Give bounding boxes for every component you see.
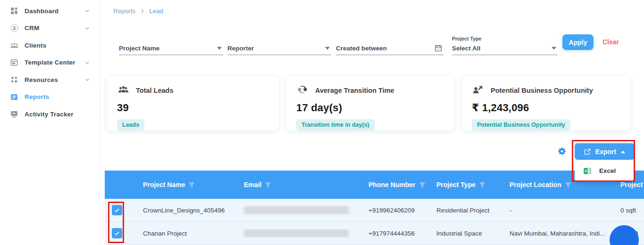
average-transition-time-card: Average Transition Time 17 day(s) Transi… <box>285 75 454 131</box>
calendar-icon[interactable] <box>434 44 443 52</box>
header-label: Email <box>244 181 261 188</box>
chevron-down-icon <box>325 47 331 50</box>
chevron-down-icon[interactable] <box>84 8 90 14</box>
leads-group-icon <box>117 84 129 97</box>
potential-business-opportunity-card: Potential Business Opportunity ₹ 1,243,0… <box>461 75 631 131</box>
export-menu: Excel <box>575 160 634 181</box>
chevron-up-icon <box>620 150 626 154</box>
filter-icon[interactable] <box>565 182 572 188</box>
sidebar-item-crm[interactable]: CRM <box>0 20 100 37</box>
sidebar-item-template-center[interactable]: Template Center <box>0 54 100 72</box>
breadcrumb-lead[interactable]: Lead <box>149 8 163 15</box>
clients-icon <box>9 41 19 50</box>
reporter-filter[interactable]: Reporter <box>227 41 331 55</box>
cell-project-location: - <box>510 207 512 214</box>
card-value: 17 day(s) <box>296 102 444 114</box>
card-title: Potential Business Opportunity <box>491 87 593 94</box>
sidebar-item-clients[interactable]: Clients <box>0 37 100 54</box>
transition-arrows-icon <box>296 84 309 97</box>
sidebar-item-label: CRM <box>25 24 39 32</box>
card-title: Total Leads <box>136 87 174 94</box>
project-type-filter-label: Project Type <box>452 36 481 41</box>
card-badge: Leads <box>117 119 144 131</box>
row-checkbox-checked[interactable] <box>112 205 122 215</box>
header-email[interactable]: Email <box>237 181 362 188</box>
sidebar-item-label: Resources <box>25 76 58 83</box>
settings-gear-icon[interactable] <box>557 147 567 156</box>
cell-project-name: Chanan Project <box>143 230 187 237</box>
project-type-select[interactable]: Select All <box>452 41 558 55</box>
resources-icon <box>9 75 19 84</box>
table-row[interactable]: Chanan Project +917974444356 Industrial … <box>105 222 644 245</box>
header-label: Project Type <box>436 181 476 188</box>
header-label: Phone Number <box>368 181 416 188</box>
sidebar-item-reports[interactable]: Reports <box>0 89 100 106</box>
header-project-type[interactable]: Project Type <box>430 181 503 188</box>
sidebar-item-activity-tracker[interactable]: Activity Tracker <box>0 106 100 123</box>
created-between-filter-label: Created between <box>336 45 387 52</box>
row-checkbox-checked[interactable] <box>112 228 122 238</box>
header-label: Project Area <box>620 181 644 188</box>
apply-button[interactable]: Apply <box>562 34 594 50</box>
export-button-label: Export <box>595 148 616 155</box>
filter-icon[interactable] <box>189 182 195 188</box>
sidebar-item-label: Template Center <box>25 59 75 66</box>
sidebar-item-label: Dashboard <box>25 8 59 15</box>
card-title: Average Transition Time <box>315 87 394 94</box>
sidebar-item-dashboard[interactable]: Dashboard <box>0 2 100 20</box>
chevron-down-icon[interactable] <box>84 60 90 65</box>
breadcrumb: Reports Lead <box>113 8 163 15</box>
header-label: Project Name <box>143 181 185 188</box>
card-value: 39 <box>117 102 269 114</box>
chevron-right-icon <box>140 8 145 14</box>
export-menu-item-excel[interactable]: Excel <box>599 167 616 174</box>
chevron-down-icon[interactable] <box>84 25 90 31</box>
filter-icon[interactable] <box>265 182 272 188</box>
cell-project-area: 0 sqft <box>620 207 636 214</box>
card-badge: Transition time in day(s) <box>296 119 375 131</box>
reporter-filter-label: Reporter <box>227 45 254 52</box>
card-value: ₹ 1,243,096 <box>472 102 621 114</box>
header-phone-number[interactable]: Phone Number <box>362 181 430 188</box>
export-icon <box>584 148 591 155</box>
cell-phone: +919962406209 <box>368 207 415 214</box>
chevron-down-icon[interactable] <box>84 77 90 82</box>
cell-project-name: CrownLine_Designs_405496 <box>143 207 225 214</box>
cell-phone: +917974444356 <box>368 230 415 237</box>
total-leads-card: Total Leads 39 Leads <box>106 75 279 131</box>
cell-project-location: Navi Mumbai, Maharashtra, Indi... <box>510 230 605 237</box>
leads-table: Project Name Email Phone Number Project … <box>105 171 644 245</box>
sidebar-item-label: Clients <box>25 42 46 49</box>
project-name-filter-label: Project Name <box>119 45 159 52</box>
email-redacted-blob <box>244 206 349 214</box>
header-label: Project Location <box>510 181 561 188</box>
crm-icon <box>9 24 19 33</box>
created-between-filter[interactable]: Created between <box>336 41 443 55</box>
header-project-name[interactable]: Project Name <box>137 181 237 188</box>
email-redacted-blob <box>244 229 349 237</box>
header-project-location[interactable]: Project Location <box>503 181 614 188</box>
table-row[interactable]: CrownLine_Designs_405496 +919962406209 R… <box>105 199 644 222</box>
reports-icon <box>9 92 19 102</box>
sidebar: Dashboard CRM Clients Template Center Re… <box>0 0 100 245</box>
clear-button[interactable]: Clear <box>602 38 619 46</box>
table-header-row: Project Name Email Phone Number Project … <box>105 171 644 199</box>
cell-project-type: Residential Project <box>436 207 490 214</box>
sidebar-item-resources[interactable]: Resources <box>0 71 100 89</box>
template-center-icon <box>9 58 19 67</box>
excel-icon <box>583 167 592 175</box>
dashboard-icon <box>9 6 19 16</box>
header-project-area[interactable]: Project Area <box>614 181 644 188</box>
sidebar-item-label: Reports <box>25 93 49 100</box>
card-badge: Potential Business Opportunity <box>472 119 570 131</box>
sidebar-item-label: Activity Tracker <box>25 111 74 118</box>
cell-project-type: Industrial Space <box>436 230 482 237</box>
export-button[interactable]: Export <box>575 143 635 160</box>
project-name-filter[interactable]: Project Name <box>119 41 223 55</box>
filter-icon[interactable] <box>419 182 426 188</box>
filter-icon[interactable] <box>479 182 486 188</box>
chevron-down-icon <box>552 47 558 50</box>
chevron-down-icon <box>217 47 223 50</box>
activity-tracker-icon <box>9 109 19 119</box>
breadcrumb-reports[interactable]: Reports <box>113 8 135 15</box>
